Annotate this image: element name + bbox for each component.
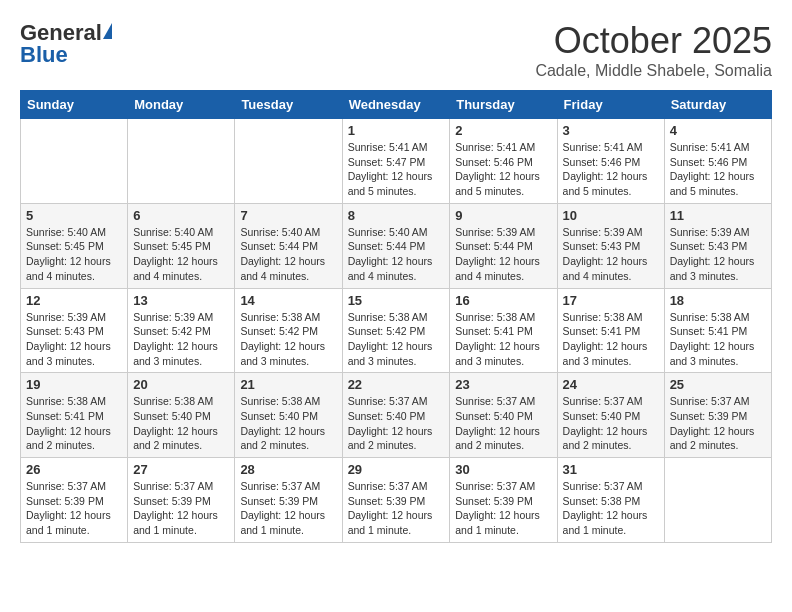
day-number: 30 bbox=[455, 462, 551, 477]
calendar-cell: 31Sunrise: 5:37 AM Sunset: 5:38 PM Dayli… bbox=[557, 458, 664, 543]
day-info: Sunrise: 5:37 AM Sunset: 5:39 PM Dayligh… bbox=[670, 394, 766, 453]
day-info: Sunrise: 5:37 AM Sunset: 5:38 PM Dayligh… bbox=[563, 479, 659, 538]
calendar-header-row: SundayMondayTuesdayWednesdayThursdayFrid… bbox=[21, 91, 772, 119]
logo: General Blue bbox=[20, 20, 114, 68]
page-header: General Blue October 2025 Cadale, Middle… bbox=[20, 20, 772, 80]
day-info: Sunrise: 5:38 AM Sunset: 5:41 PM Dayligh… bbox=[455, 310, 551, 369]
day-info: Sunrise: 5:39 AM Sunset: 5:42 PM Dayligh… bbox=[133, 310, 229, 369]
calendar-cell: 21Sunrise: 5:38 AM Sunset: 5:40 PM Dayli… bbox=[235, 373, 342, 458]
day-number: 5 bbox=[26, 208, 122, 223]
day-number: 19 bbox=[26, 377, 122, 392]
day-number: 1 bbox=[348, 123, 445, 138]
calendar-cell bbox=[664, 458, 771, 543]
day-number: 25 bbox=[670, 377, 766, 392]
calendar-cell: 23Sunrise: 5:37 AM Sunset: 5:40 PM Dayli… bbox=[450, 373, 557, 458]
day-info: Sunrise: 5:38 AM Sunset: 5:41 PM Dayligh… bbox=[26, 394, 122, 453]
calendar-cell: 26Sunrise: 5:37 AM Sunset: 5:39 PM Dayli… bbox=[21, 458, 128, 543]
day-info: Sunrise: 5:41 AM Sunset: 5:46 PM Dayligh… bbox=[563, 140, 659, 199]
day-number: 31 bbox=[563, 462, 659, 477]
day-number: 12 bbox=[26, 293, 122, 308]
calendar-cell: 6Sunrise: 5:40 AM Sunset: 5:45 PM Daylig… bbox=[128, 203, 235, 288]
day-number: 10 bbox=[563, 208, 659, 223]
title-block: October 2025 Cadale, Middle Shabele, Som… bbox=[535, 20, 772, 80]
day-info: Sunrise: 5:37 AM Sunset: 5:40 PM Dayligh… bbox=[455, 394, 551, 453]
day-info: Sunrise: 5:41 AM Sunset: 5:46 PM Dayligh… bbox=[455, 140, 551, 199]
location-title: Cadale, Middle Shabele, Somalia bbox=[535, 62, 772, 80]
calendar-week-2: 5Sunrise: 5:40 AM Sunset: 5:45 PM Daylig… bbox=[21, 203, 772, 288]
day-number: 16 bbox=[455, 293, 551, 308]
day-number: 6 bbox=[133, 208, 229, 223]
day-info: Sunrise: 5:39 AM Sunset: 5:43 PM Dayligh… bbox=[26, 310, 122, 369]
weekday-header-tuesday: Tuesday bbox=[235, 91, 342, 119]
calendar-table: SundayMondayTuesdayWednesdayThursdayFrid… bbox=[20, 90, 772, 543]
day-info: Sunrise: 5:37 AM Sunset: 5:40 PM Dayligh… bbox=[563, 394, 659, 453]
day-number: 2 bbox=[455, 123, 551, 138]
day-info: Sunrise: 5:40 AM Sunset: 5:45 PM Dayligh… bbox=[133, 225, 229, 284]
calendar-cell: 4Sunrise: 5:41 AM Sunset: 5:46 PM Daylig… bbox=[664, 119, 771, 204]
calendar-cell: 3Sunrise: 5:41 AM Sunset: 5:46 PM Daylig… bbox=[557, 119, 664, 204]
calendar-body: 1Sunrise: 5:41 AM Sunset: 5:47 PM Daylig… bbox=[21, 119, 772, 543]
day-number: 9 bbox=[455, 208, 551, 223]
day-number: 27 bbox=[133, 462, 229, 477]
calendar-cell bbox=[21, 119, 128, 204]
day-info: Sunrise: 5:38 AM Sunset: 5:41 PM Dayligh… bbox=[563, 310, 659, 369]
calendar-cell: 15Sunrise: 5:38 AM Sunset: 5:42 PM Dayli… bbox=[342, 288, 450, 373]
calendar-cell bbox=[235, 119, 342, 204]
calendar-cell: 28Sunrise: 5:37 AM Sunset: 5:39 PM Dayli… bbox=[235, 458, 342, 543]
weekday-header-sunday: Sunday bbox=[21, 91, 128, 119]
day-number: 15 bbox=[348, 293, 445, 308]
logo-triangle-icon bbox=[103, 23, 112, 39]
calendar-cell: 8Sunrise: 5:40 AM Sunset: 5:44 PM Daylig… bbox=[342, 203, 450, 288]
day-info: Sunrise: 5:41 AM Sunset: 5:46 PM Dayligh… bbox=[670, 140, 766, 199]
weekday-header-friday: Friday bbox=[557, 91, 664, 119]
logo-blue: Blue bbox=[20, 42, 68, 68]
calendar-cell: 10Sunrise: 5:39 AM Sunset: 5:43 PM Dayli… bbox=[557, 203, 664, 288]
day-number: 28 bbox=[240, 462, 336, 477]
day-number: 11 bbox=[670, 208, 766, 223]
calendar-cell: 17Sunrise: 5:38 AM Sunset: 5:41 PM Dayli… bbox=[557, 288, 664, 373]
day-number: 26 bbox=[26, 462, 122, 477]
day-number: 29 bbox=[348, 462, 445, 477]
calendar-week-3: 12Sunrise: 5:39 AM Sunset: 5:43 PM Dayli… bbox=[21, 288, 772, 373]
day-info: Sunrise: 5:37 AM Sunset: 5:39 PM Dayligh… bbox=[133, 479, 229, 538]
day-number: 24 bbox=[563, 377, 659, 392]
day-info: Sunrise: 5:39 AM Sunset: 5:43 PM Dayligh… bbox=[670, 225, 766, 284]
day-info: Sunrise: 5:38 AM Sunset: 5:40 PM Dayligh… bbox=[240, 394, 336, 453]
weekday-header-thursday: Thursday bbox=[450, 91, 557, 119]
calendar-cell: 13Sunrise: 5:39 AM Sunset: 5:42 PM Dayli… bbox=[128, 288, 235, 373]
day-info: Sunrise: 5:40 AM Sunset: 5:44 PM Dayligh… bbox=[240, 225, 336, 284]
calendar-cell: 27Sunrise: 5:37 AM Sunset: 5:39 PM Dayli… bbox=[128, 458, 235, 543]
day-number: 20 bbox=[133, 377, 229, 392]
weekday-header-wednesday: Wednesday bbox=[342, 91, 450, 119]
calendar-cell: 12Sunrise: 5:39 AM Sunset: 5:43 PM Dayli… bbox=[21, 288, 128, 373]
day-info: Sunrise: 5:40 AM Sunset: 5:44 PM Dayligh… bbox=[348, 225, 445, 284]
calendar-week-1: 1Sunrise: 5:41 AM Sunset: 5:47 PM Daylig… bbox=[21, 119, 772, 204]
day-info: Sunrise: 5:39 AM Sunset: 5:44 PM Dayligh… bbox=[455, 225, 551, 284]
day-info: Sunrise: 5:37 AM Sunset: 5:39 PM Dayligh… bbox=[455, 479, 551, 538]
day-info: Sunrise: 5:38 AM Sunset: 5:42 PM Dayligh… bbox=[348, 310, 445, 369]
day-info: Sunrise: 5:39 AM Sunset: 5:43 PM Dayligh… bbox=[563, 225, 659, 284]
calendar-cell: 2Sunrise: 5:41 AM Sunset: 5:46 PM Daylig… bbox=[450, 119, 557, 204]
day-info: Sunrise: 5:40 AM Sunset: 5:45 PM Dayligh… bbox=[26, 225, 122, 284]
day-number: 8 bbox=[348, 208, 445, 223]
calendar-cell: 16Sunrise: 5:38 AM Sunset: 5:41 PM Dayli… bbox=[450, 288, 557, 373]
weekday-header-saturday: Saturday bbox=[664, 91, 771, 119]
day-number: 17 bbox=[563, 293, 659, 308]
calendar-cell: 20Sunrise: 5:38 AM Sunset: 5:40 PM Dayli… bbox=[128, 373, 235, 458]
month-title: October 2025 bbox=[535, 20, 772, 62]
day-info: Sunrise: 5:37 AM Sunset: 5:39 PM Dayligh… bbox=[348, 479, 445, 538]
calendar-cell: 22Sunrise: 5:37 AM Sunset: 5:40 PM Dayli… bbox=[342, 373, 450, 458]
calendar-cell: 5Sunrise: 5:40 AM Sunset: 5:45 PM Daylig… bbox=[21, 203, 128, 288]
calendar-week-5: 26Sunrise: 5:37 AM Sunset: 5:39 PM Dayli… bbox=[21, 458, 772, 543]
calendar-cell: 25Sunrise: 5:37 AM Sunset: 5:39 PM Dayli… bbox=[664, 373, 771, 458]
calendar-cell: 24Sunrise: 5:37 AM Sunset: 5:40 PM Dayli… bbox=[557, 373, 664, 458]
day-number: 18 bbox=[670, 293, 766, 308]
calendar-cell: 9Sunrise: 5:39 AM Sunset: 5:44 PM Daylig… bbox=[450, 203, 557, 288]
day-number: 4 bbox=[670, 123, 766, 138]
calendar-cell: 30Sunrise: 5:37 AM Sunset: 5:39 PM Dayli… bbox=[450, 458, 557, 543]
calendar-cell: 11Sunrise: 5:39 AM Sunset: 5:43 PM Dayli… bbox=[664, 203, 771, 288]
day-number: 3 bbox=[563, 123, 659, 138]
calendar-cell: 7Sunrise: 5:40 AM Sunset: 5:44 PM Daylig… bbox=[235, 203, 342, 288]
day-number: 14 bbox=[240, 293, 336, 308]
calendar-cell: 18Sunrise: 5:38 AM Sunset: 5:41 PM Dayli… bbox=[664, 288, 771, 373]
